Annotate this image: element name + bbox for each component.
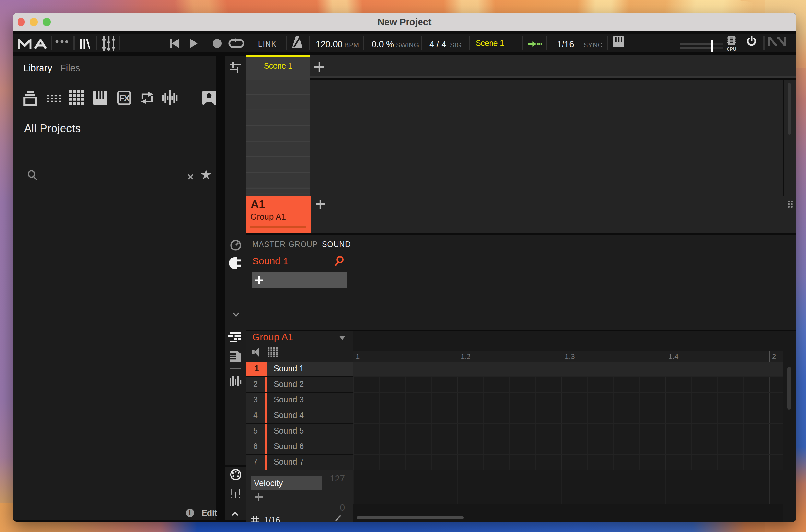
svg-text:CPU: CPU: [727, 46, 736, 51]
svg-text:FX: FX: [119, 94, 130, 103]
